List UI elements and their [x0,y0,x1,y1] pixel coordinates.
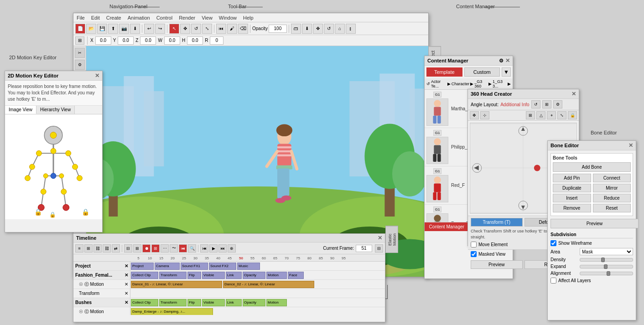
area-select[interactable]: Mask [580,248,633,255]
additional-info-link[interactable]: Additional Info [500,102,529,107]
breadcrumb-2[interactable]: Character [452,82,470,86]
grid-btn[interactable]: ⊞ [75,36,84,45]
remove-btn[interactable]: Remove [553,204,591,212]
clip-music[interactable]: Music [237,263,260,270]
track-motion2-content[interactable]: Damp_Enlarge - ♪: Damping, ♪... [130,307,385,315]
clip-sfx2[interactable]: Sound FX2 [209,263,236,270]
tl-list-btn[interactable]: ≡ [75,244,83,253]
hc-expand-btn[interactable]: ⤡ [557,111,566,119]
clip-project[interactable]: Project [131,263,154,270]
tl-end-btn[interactable]: ⊕ [228,244,236,253]
tl-play-btn[interactable]: ▶ [209,244,218,253]
transform-btn[interactable]: ✥ [313,24,323,34]
tab-hierarchy-view[interactable]: Hierarchy View [36,106,75,114]
scale-btn[interactable]: ⤡ [202,24,212,34]
breadcrumb-3[interactable]: _G3 360 [474,79,488,88]
clip-bushes-visible[interactable]: Visible [202,299,225,306]
tl-motion-btn[interactable]: 〜 [170,244,178,253]
duplicate-btn[interactable]: Duplicate [553,184,591,192]
paint-btn[interactable]: 🖌 [227,24,237,34]
select-btn[interactable]: ↖ [169,24,179,34]
hc-settings-btn[interactable]: ⚙ [553,100,562,108]
tool-puppet[interactable]: ⚙ [75,60,85,70]
cm-close-btn[interactable]: ✕ [505,57,510,64]
track-project-close[interactable]: ✕ [125,263,128,268]
add-pin-btn[interactable]: Add Pin [553,174,591,182]
clip-damp[interactable]: Damp_Enlarge - ♪: Damping, ♪... [131,308,213,315]
home-btn[interactable]: ⌂ [335,24,345,34]
save-btn[interactable]: 💾 [97,24,107,34]
clip-motion[interactable]: Motion [266,272,287,279]
clip-sfx1[interactable]: Sound FX1 [181,263,208,270]
affect-all-checkbox[interactable] [551,278,556,284]
tl-more-btn[interactable]: ⋯ [161,244,169,253]
refresh-icon[interactable]: ↺ [426,82,430,86]
cm-tab-custom[interactable]: Custom [464,67,500,77]
track-transform-close[interactable]: ✕ [125,291,128,296]
cm-bottom-tab-content[interactable]: Content Manager [425,222,469,231]
redo-btn[interactable]: ↪ [155,24,165,34]
reset-btn[interactable]: Reset [593,204,631,212]
track-fashion-close[interactable]: ✕ [125,273,128,278]
z-input[interactable] [140,36,156,45]
expand-slider[interactable] [580,265,633,268]
track-transform-content[interactable] [130,289,385,298]
clip-dance1[interactable]: Dance_01 - ♪: Linear, ©: Linear [131,281,222,288]
tl-options-btn[interactable]: ⊟ [375,244,383,253]
y-input[interactable] [118,36,134,45]
import-btn[interactable]: ⬆ [108,24,118,34]
clip-bushes-flip[interactable]: Flip [187,299,201,306]
tl-next-btn[interactable]: ⏭ [218,244,227,253]
clip-bushes-motion[interactable]: Motion [266,299,287,306]
clip-bushes-collect[interactable]: Collect Clip [131,299,158,306]
hc-cross-btn[interactable]: ⊹ [480,111,489,119]
track-motion-content[interactable]: Dance_01 - ♪: Linear, ©: Linear Dance_02… [130,280,385,289]
menu-render[interactable]: Render [177,15,197,21]
tool-bone[interactable]: ✂ [75,48,85,58]
hc-align-btn[interactable]: ⌖ [547,111,556,119]
tab-image-view[interactable]: Image View [5,106,36,114]
tl-red2-btn[interactable]: ⊞ [151,244,160,253]
clip-bushes-opacity[interactable]: Opacity [243,299,265,306]
current-frame-input[interactable] [356,245,372,252]
clip-link[interactable]: Link [226,272,242,279]
tl-grid-btn[interactable]: ⊞ [84,244,93,253]
track-bushes-content[interactable]: Collect Clip Transform Flip Visible Link… [130,298,385,307]
undo-btn[interactable]: ↩ [144,24,154,34]
camera-btn[interactable]: 📷 [119,24,129,34]
track-bushes-close[interactable]: ✕ [125,300,128,305]
density-slider[interactable] [580,258,633,262]
new-btn[interactable]: 📄 [75,24,85,34]
tl-arrows-btn[interactable]: ⇄ [112,244,120,253]
menu-edit[interactable]: Edit [90,15,101,21]
menu-create[interactable]: Create [105,15,123,21]
hc-preview-btn[interactable]: Preview [471,260,523,269]
tl-record-btn[interactable]: ⏺ [142,244,151,253]
r-input[interactable] [210,36,223,45]
clip-dance2[interactable]: Dance_02 - ♪: Linear, ©: Linear [223,281,314,288]
connect-btn[interactable]: Connect [593,174,631,182]
menu-animation[interactable]: Animation [126,15,151,21]
hc-grid2-btn[interactable]: ⊞ [526,111,535,119]
w-input[interactable] [164,36,180,45]
refresh-btn[interactable]: ↺ [324,24,334,34]
motion-key-close[interactable]: ✕ [95,72,99,79]
tab-elastic-motion[interactable]: Elastic Motion [386,226,398,253]
tl-red3-btn[interactable]: ⏮ [179,244,187,253]
opacity-input[interactable] [269,25,287,33]
clip-opacity[interactable]: Opacity [243,272,265,279]
clip-collect[interactable]: Collect Clip [131,272,158,279]
menu-control[interactable]: Control [155,15,174,21]
cm-tab-template[interactable]: Template [426,67,462,77]
breadcrumb-1[interactable]: Actor Te... [431,79,447,88]
hc-close-btn[interactable]: ✕ [571,91,576,97]
open-btn[interactable]: 📂 [86,24,96,34]
clip-bushes-transform[interactable]: Transform [159,299,187,306]
timeline-btn[interactable]: ⬇ [302,24,312,34]
show-wireframe-checkbox[interactable] [551,240,556,246]
columns-btn[interactable]: ⫿ [346,24,356,34]
cm-settings-icon[interactable]: ⚙ [499,58,504,64]
add-bone-btn[interactable]: Add Bone [553,162,631,172]
move-element-checkbox[interactable] [471,242,477,248]
menu-file[interactable]: File [75,15,86,21]
